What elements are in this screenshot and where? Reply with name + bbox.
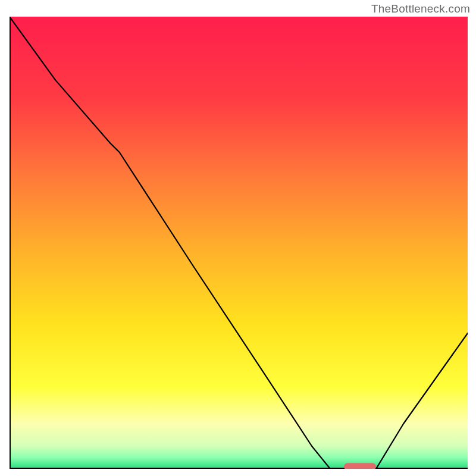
- chart-svg: [10, 17, 468, 469]
- marker-group: [344, 463, 376, 469]
- watermark-label: TheBottleneck.com: [371, 2, 470, 15]
- marker-optimal-zone: [344, 463, 376, 469]
- chart-container: TheBottleneck.com: [0, 0, 476, 476]
- plot-area: [10, 17, 468, 469]
- gradient-background: [10, 17, 468, 469]
